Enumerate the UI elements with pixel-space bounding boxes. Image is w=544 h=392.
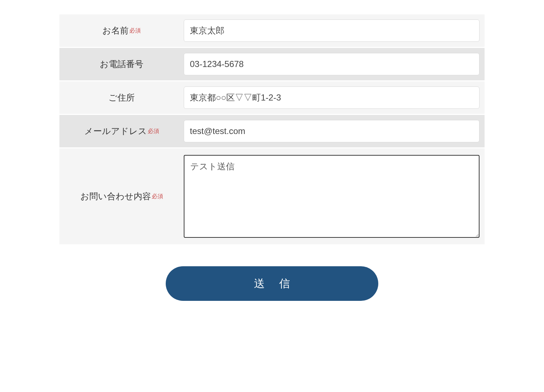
phone-label-cell: お電話番号 [59, 48, 184, 80]
inquiry-label-cell: お問い合わせ内容必須 [59, 148, 184, 244]
address-input-cell [184, 81, 485, 114]
name-label-cell: お名前必須 [59, 14, 184, 47]
email-label: メールアドレス [84, 125, 147, 137]
required-badge: 必須 [152, 193, 163, 200]
email-input[interactable] [184, 120, 480, 142]
form-row-inquiry: お問い合わせ内容必須 [59, 148, 485, 245]
contact-form: お名前必須 お電話番号 ご住所 メールアドレス必須 お問い合わせ内容必須 [59, 14, 485, 301]
form-row-address: ご住所 [59, 81, 485, 115]
address-label: ご住所 [108, 92, 135, 103]
phone-input[interactable] [184, 53, 480, 75]
name-label: お名前 [102, 25, 129, 36]
email-input-cell [184, 115, 485, 147]
form-row-name: お名前必須 [59, 14, 485, 48]
email-label-cell: メールアドレス必須 [59, 115, 184, 147]
submit-container: 送信 [59, 266, 485, 301]
name-input[interactable] [184, 19, 480, 42]
form-row-phone: お電話番号 [59, 48, 485, 81]
inquiry-input-cell [184, 148, 485, 244]
address-input[interactable] [184, 86, 480, 109]
required-badge: 必須 [129, 27, 141, 35]
address-label-cell: ご住所 [59, 81, 184, 114]
submit-button[interactable]: 送信 [166, 266, 378, 301]
inquiry-label: お問い合わせ内容 [80, 191, 151, 202]
form-row-email: メールアドレス必須 [59, 115, 485, 148]
name-input-cell [184, 14, 485, 47]
phone-label: お電話番号 [100, 58, 143, 70]
phone-input-cell [184, 48, 485, 80]
inquiry-textarea[interactable] [184, 155, 480, 238]
required-badge: 必須 [148, 128, 159, 135]
